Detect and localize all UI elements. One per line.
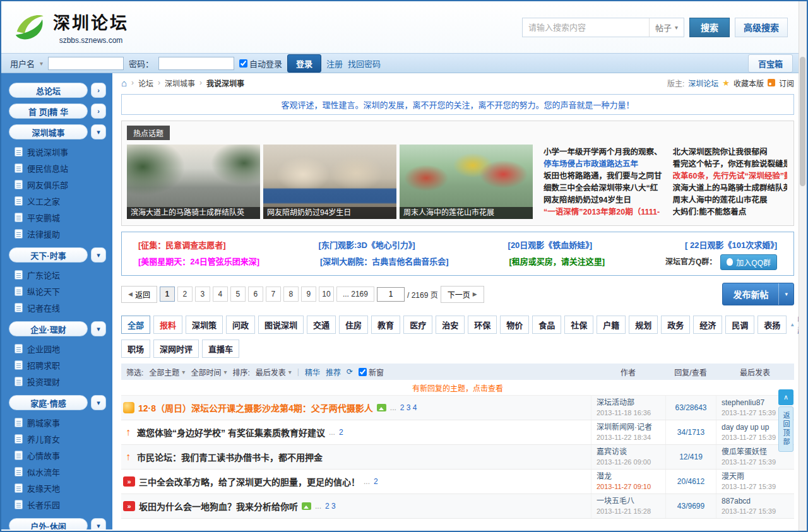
search-input[interactable] — [523, 23, 649, 32]
thread-page-links[interactable]: 2 — [374, 477, 378, 486]
sidebar-item[interactable]: 广东论坛 — [9, 266, 106, 283]
advanced-search-button[interactable]: 高级搜索 — [735, 18, 788, 37]
campaign-link[interactable]: [美丽星期天：24日管弦乐团来深] — [138, 254, 259, 270]
sidebar-item[interactable]: 法律援助 — [9, 225, 106, 242]
hot-link[interactable]: 小学一年级开学两个月我的观察、 — [544, 146, 673, 158]
sidebar-item[interactable]: 我说深圳事 — [9, 143, 106, 160]
refresh-icon[interactable]: ⟳ — [347, 367, 353, 376]
chevron-down-icon[interactable]: ▾ — [91, 247, 106, 263]
arrow-right-icon[interactable]: › — [91, 103, 106, 119]
tab[interactable]: 经济 — [693, 316, 722, 334]
scrollbar[interactable] — [799, 1, 807, 531]
page-button[interactable]: 3 — [195, 287, 210, 302]
thread-title[interactable]: 邀您体验“身边好学校” 有奖征集素质教育好建议 — [137, 426, 325, 439]
tab[interactable]: 社保 — [564, 316, 593, 334]
tab-all[interactable]: 全部 — [121, 316, 150, 334]
s sort-select[interactable]: 最后发表▾ — [256, 367, 292, 377]
page-button[interactable]: 6 — [248, 287, 263, 302]
register-link[interactable]: 注册 — [326, 57, 343, 69]
sidebar-section-button[interactable]: 家庭·情感 — [9, 395, 88, 410]
page-button[interactable]: 5 — [230, 287, 246, 302]
last-post-user[interactable]: 887abcd — [722, 496, 794, 506]
campaign-link[interactable]: [20日观影《铁血娇娃》] — [508, 237, 593, 254]
chevron-down-icon[interactable]: ▾ — [91, 321, 106, 336]
sidebar-item[interactable]: 纵论天下 — [9, 283, 106, 299]
page-button[interactable]: 10 — [319, 287, 334, 302]
hot-link[interactable]: 周末人海中的莲花山市花展 — [673, 194, 787, 206]
sidebar-section-button[interactable]: 企业·理财 — [9, 321, 88, 336]
sidebar-item[interactable]: 养儿育女 — [9, 430, 106, 447]
forgot-password-link[interactable]: 找回密码 — [348, 57, 381, 69]
next-page-button[interactable]: 下一页▶ — [441, 286, 484, 303]
hot-link[interactable]: 大妈们:能不能悠着点 — [673, 206, 787, 218]
breadcrumb-city[interactable]: 深圳城事 — [165, 78, 195, 88]
thread-author[interactable]: 潜龙 — [597, 471, 665, 482]
time-filter-select[interactable]: 全部时间▾ — [191, 367, 227, 377]
sidebar-item[interactable]: 网友俱乐部 — [9, 176, 106, 192]
tab[interactable]: 职场 — [121, 340, 150, 358]
chevron-down-icon[interactable]: ▾ — [40, 60, 43, 67]
hot-link[interactable]: 改革60条，先行先试“深圳经验”鼓 — [673, 170, 787, 182]
home-icon[interactable]: ⌂ — [121, 78, 127, 88]
tab[interactable]: 医疗 — [403, 316, 432, 334]
page-button-current[interactable]: 1 — [160, 287, 175, 302]
digest-link[interactable]: 精华 — [305, 367, 320, 377]
favorite-link[interactable]: 收藏本版 — [734, 78, 764, 88]
tab[interactable]: 问政 — [226, 316, 255, 334]
sidebar-item[interactable]: 招聘求职 — [9, 357, 106, 373]
password-input[interactable] — [158, 57, 234, 70]
sidebar-item[interactable]: 心情故事 — [9, 447, 106, 463]
tab[interactable]: 政务 — [661, 316, 690, 334]
campaign-link[interactable]: [租房或买房，请关注这里] — [509, 254, 605, 270]
hot-link[interactable]: 坂田也将路路通，我们要与之同甘 — [544, 170, 673, 182]
site-logo[interactable]: 深圳论坛 szbbs.sznews.com — [11, 9, 129, 45]
tab[interactable]: 深圳策 — [186, 316, 223, 334]
sidebar-section-button[interactable]: 户外·休闲 — [9, 518, 88, 529]
sidebar-item[interactable]: 便民信息站 — [9, 160, 106, 176]
sidebar-item[interactable]: 义工之家 — [9, 192, 106, 209]
tab[interactable]: 深网时评 — [153, 340, 199, 358]
tab[interactable]: 交通 — [307, 316, 336, 334]
page-button[interactable]: 4 — [213, 287, 228, 302]
chevron-down-icon[interactable]: ▾ — [91, 518, 106, 529]
sidebar-item[interactable]: 鹏城家事 — [9, 414, 106, 430]
sidebar-item[interactable]: 记者在线 — [9, 299, 106, 316]
breadcrumb-current[interactable]: 我说深圳事 — [206, 78, 244, 88]
sidebar-item[interactable]: 似水流年 — [9, 463, 106, 480]
tab[interactable]: 教育 — [371, 316, 400, 334]
auto-login-checkbox[interactable] — [239, 59, 247, 68]
scrollbar-thumb[interactable] — [800, 57, 805, 186]
thread-title[interactable]: 坂田为什么会一地狗血？我来分析给你听 — [139, 500, 298, 512]
thread-author[interactable]: 深圳新闻网·记者 — [597, 422, 665, 432]
thread-page-links[interactable]: 2 — [339, 428, 343, 437]
thread-title[interactable]: 12·8（周日）深坛公开课之摄影沙龙第4期：父子两代摄影人 — [138, 401, 373, 414]
tab[interactable]: 户籍 — [597, 316, 626, 334]
page-button[interactable]: 8 — [283, 287, 299, 302]
sidebar-section-button[interactable]: 首 页|精 华 — [9, 103, 88, 119]
last-page-button[interactable]: ... 2169 — [336, 287, 374, 302]
page-button[interactable]: 7 — [266, 287, 281, 302]
arrow-right-icon[interactable]: › — [91, 83, 106, 98]
sidebar-section-button[interactable]: 总论坛 — [9, 83, 88, 98]
hot-link[interactable]: 北大深圳医院你让我很郁闷 — [673, 146, 787, 158]
hot-link[interactable]: 看完这个帖子，你还有脸说裂缝是 — [673, 158, 787, 170]
hot-link[interactable]: 细数三中全会给深圳带来八大“红 — [544, 182, 673, 194]
thread-page-links[interactable]: 2 3 4 — [400, 403, 417, 412]
thread-title[interactable]: 三中全会改革方略，给了深圳更大的胆量，更足的信心！ — [139, 475, 360, 488]
tab[interactable]: 民调 — [725, 316, 754, 334]
tab[interactable]: 图说深圳 — [258, 316, 304, 334]
moderator-link[interactable]: 深圳论坛 — [688, 78, 718, 88]
thread-page-links[interactable]: 2 3 — [325, 502, 336, 511]
hot-topic-image[interactable]: 网友陪胡奶奶过94岁生日 — [263, 145, 396, 219]
recommend-link[interactable]: 推荐 — [326, 367, 341, 377]
page-button[interactable]: 2 — [177, 287, 193, 302]
back-to-top-button[interactable]: ∧ 返回顶部 — [778, 389, 793, 452]
thread-author[interactable]: 一块五毛八 — [597, 496, 665, 506]
hot-link[interactable]: 网友陪胡奶奶过94岁生日 — [544, 194, 673, 206]
tab[interactable]: 物价 — [500, 316, 529, 334]
hot-topic-image[interactable]: 周末人海中的莲花山市花展 — [400, 145, 533, 219]
toolbox-button[interactable]: 百宝箱 — [748, 54, 793, 73]
search-button[interactable]: 搜索 — [689, 18, 730, 37]
hot-link[interactable]: 停车场侵占市政道路达五年 — [544, 158, 673, 170]
hot-topic-image[interactable]: 滨海大道上的马路骑士成群结队英 — [127, 145, 260, 219]
